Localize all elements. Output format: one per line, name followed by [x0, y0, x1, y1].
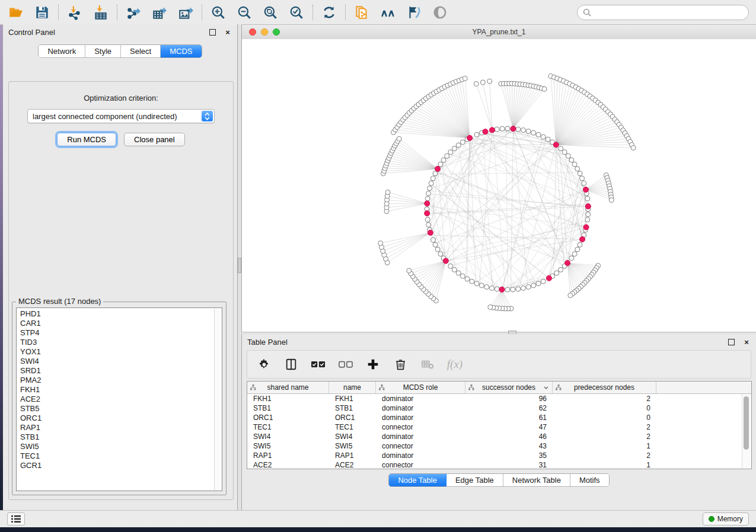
result-scrollbar[interactable] — [214, 309, 221, 490]
close-table-panel-icon[interactable]: × — [742, 338, 751, 346]
optimization-criterion-label: Optimization criterion: — [9, 94, 233, 102]
mcds-result-title: MCDS result (17 nodes) — [16, 297, 103, 306]
create-column-icon[interactable] — [366, 357, 380, 371]
open-file-icon[interactable] — [8, 5, 24, 20]
table-scrollbar[interactable] — [742, 394, 751, 468]
mcds-result-item[interactable]: GCR1 — [20, 461, 222, 470]
zoom-out-icon[interactable] — [237, 5, 252, 20]
hide-selected-icon[interactable] — [406, 5, 422, 20]
table-tab-network-table[interactable]: Network Table — [503, 474, 570, 486]
tab-mcds[interactable]: MCDS — [161, 45, 201, 57]
table-row[interactable]: ORC1ORC1dominator610 — [247, 413, 751, 422]
delete-table-icon — [420, 357, 435, 371]
table-tab-node-table[interactable]: Node Table — [389, 474, 446, 486]
cell-shared-name: SWI5 — [247, 442, 329, 450]
table-row[interactable]: RAP1RAP1dominator352 — [247, 451, 751, 460]
criterion-select[interactable]: largest connected component (undirected) — [27, 109, 215, 123]
cell-predecessor-nodes: 1 — [553, 442, 656, 450]
table-body: FKH1FKH1dominator962STB1STB1dominator620… — [247, 394, 751, 469]
mcds-result-item[interactable]: TID3 — [20, 338, 222, 347]
cell-shared-name: FKH1 — [247, 395, 329, 403]
window-close-icon[interactable] — [249, 28, 256, 36]
save-icon[interactable] — [34, 5, 50, 20]
table-settings-gear-icon[interactable] — [257, 357, 271, 371]
deselect-all-rows-icon[interactable] — [339, 357, 353, 371]
export-image-icon[interactable] — [178, 5, 193, 20]
column-header-name[interactable]: name — [329, 382, 376, 393]
tab-network[interactable]: Network — [39, 45, 85, 57]
mcds-result-item[interactable]: SRD1 — [20, 366, 222, 376]
mcds-result-item[interactable]: ACE2 — [20, 395, 222, 404]
mcds-result-item[interactable]: FKH1 — [20, 385, 222, 395]
mcds-result-item[interactable]: STB1 — [20, 432, 222, 442]
table-row[interactable]: TEC1TEC1connector472 — [247, 422, 751, 432]
table-toolbar: f(x) — [247, 350, 751, 379]
column-header-successor-nodes[interactable]: successor nodes — [465, 382, 553, 393]
table-row[interactable]: SWI4SWI4dominator462 — [247, 432, 751, 441]
mcds-result-item[interactable]: SWI4 — [20, 357, 222, 366]
control-panel: Control Panel × NetworkStyleSelectMCDS O… — [3, 24, 238, 511]
cell-shared-name: ORC1 — [247, 414, 329, 422]
cell-successor-nodes: 43 — [465, 442, 553, 450]
cell-predecessor-nodes: 2 — [553, 423, 656, 431]
mcds-result-item[interactable]: RAP1 — [20, 423, 222, 432]
refresh-icon[interactable] — [321, 5, 337, 20]
search-input[interactable] — [594, 8, 743, 17]
mcds-result-item[interactable]: STP4 — [20, 328, 222, 338]
table-row[interactable]: SWI5SWI5connector431 — [247, 441, 751, 451]
network-canvas[interactable] — [242, 39, 756, 332]
mcds-result-item[interactable]: PHD1 — [20, 309, 222, 319]
mcds-result-item[interactable]: YOX1 — [20, 347, 222, 357]
network-graph[interactable] — [242, 39, 755, 332]
table-row[interactable]: FKH1FKH1dominator962 — [247, 394, 751, 403]
search-field[interactable] — [577, 5, 749, 20]
float-panel-icon[interactable] — [208, 28, 216, 36]
zoom-selected-icon[interactable] — [289, 5, 304, 20]
run-mcds-button[interactable]: Run MCDS — [57, 133, 116, 146]
show-columns-icon[interactable] — [284, 357, 298, 371]
show-all-icon[interactable] — [432, 5, 448, 20]
tab-style[interactable]: Style — [85, 45, 121, 57]
cell-MCDS-role: connector — [376, 423, 465, 431]
zoom-in-icon[interactable] — [210, 5, 226, 20]
cell-name: SWI5 — [329, 442, 376, 450]
mcds-result-item[interactable]: SWI5 — [20, 442, 222, 451]
table-row[interactable]: ACE2ACE2connector311 — [247, 460, 751, 469]
mcds-result-item[interactable]: PMA2 — [20, 376, 222, 385]
table-row[interactable]: STB1STB1dominator620 — [247, 403, 751, 413]
import-network-icon[interactable] — [67, 5, 82, 20]
mcds-result-item[interactable]: TEC1 — [20, 451, 222, 461]
close-panel-icon[interactable]: × — [224, 28, 232, 36]
window-maximize-icon[interactable] — [273, 28, 280, 36]
tab-select[interactable]: Select — [121, 45, 161, 57]
table-tab-motifs[interactable]: Motifs — [570, 474, 609, 486]
import-table-icon[interactable] — [93, 5, 109, 20]
clone-network-icon[interactable] — [354, 5, 369, 20]
delete-column-trash-icon[interactable] — [393, 357, 407, 371]
first-neighbors-icon[interactable] — [380, 5, 395, 20]
close-panel-button[interactable]: Close panel — [124, 133, 185, 146]
column-label: shared name — [267, 383, 308, 392]
table-tab-edge-table[interactable]: Edge Table — [446, 474, 503, 486]
float-table-panel-icon[interactable] — [727, 338, 735, 346]
select-all-rows-icon[interactable] — [311, 357, 326, 371]
export-network-icon[interactable] — [126, 5, 141, 20]
column-header-MCDS-role[interactable]: MCDS role — [376, 382, 465, 393]
status-bar: Memory — [0, 510, 756, 527]
zoom-fit-icon[interactable] — [263, 5, 278, 20]
cell-MCDS-role: dominator — [376, 451, 465, 460]
window-minimize-icon[interactable] — [261, 28, 268, 36]
mcds-result-item[interactable]: STB5 — [20, 404, 222, 414]
cell-name: ACE2 — [329, 461, 376, 469]
export-table-icon[interactable] — [152, 5, 167, 20]
mcds-result-list[interactable]: PHD1CAR1STP4TID3YOX1SWI4SRD1PMA2FKH1ACE2… — [16, 307, 222, 491]
mcds-result-item[interactable]: ORC1 — [20, 414, 222, 423]
task-history-button[interactable] — [7, 512, 25, 525]
table-scrollbar-thumb[interactable] — [744, 396, 749, 450]
mcds-result-item[interactable]: CAR1 — [20, 319, 222, 328]
column-header-predecessor-nodes[interactable]: predecessor nodes — [553, 382, 656, 393]
table-header-row: shared namenameMCDS rolesuccessor nodesp… — [247, 382, 751, 394]
cell-shared-name: RAP1 — [247, 451, 329, 460]
memory-button[interactable]: Memory — [703, 512, 749, 525]
column-header-shared-name[interactable]: shared name — [247, 382, 329, 393]
